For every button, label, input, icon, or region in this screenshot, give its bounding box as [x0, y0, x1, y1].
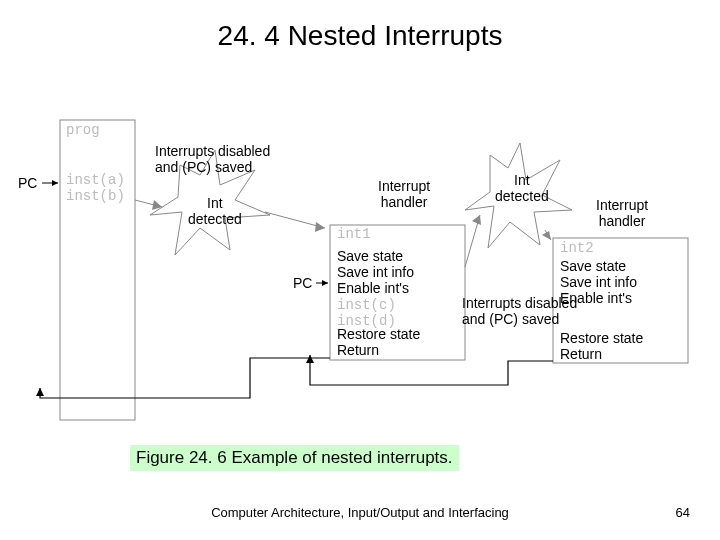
label-detected2: Int detected	[495, 172, 549, 204]
label-inst-ab: inst(a) inst(b)	[66, 172, 125, 204]
figure-caption: Figure 24. 6 Example of nested interrupt…	[130, 445, 459, 471]
label-restore2: Restore state Return	[560, 330, 643, 362]
label-save2: Save state Save int info Enable int's	[560, 258, 637, 306]
label-pc2: PC	[293, 275, 312, 291]
label-disabled1: Interrupts disabled and (PC) saved	[155, 143, 270, 175]
svg-marker-12	[315, 222, 325, 232]
page-number: 64	[676, 505, 690, 520]
label-save1: Save state Save int info Enable int's	[337, 248, 414, 296]
svg-marker-14	[472, 215, 481, 225]
svg-marker-17	[36, 388, 44, 396]
label-int1: int1	[337, 226, 371, 242]
svg-rect-0	[60, 120, 135, 420]
label-handler1: Interrupt handler	[378, 178, 430, 210]
label-detected1: Int detected	[188, 195, 242, 227]
label-inst-cd: inst(c) inst(d)	[337, 297, 396, 329]
svg-marker-4	[52, 180, 58, 186]
label-pc1: PC	[18, 175, 37, 191]
label-handler2: Interrupt handler	[596, 197, 648, 229]
svg-marker-18	[306, 355, 314, 363]
label-restore1: Restore state Return	[337, 326, 420, 358]
footer-text: Computer Architecture, Input/Output and …	[0, 505, 720, 520]
svg-marker-6	[322, 280, 328, 286]
label-int2: int2	[560, 240, 594, 256]
label-prog: prog	[66, 122, 100, 138]
